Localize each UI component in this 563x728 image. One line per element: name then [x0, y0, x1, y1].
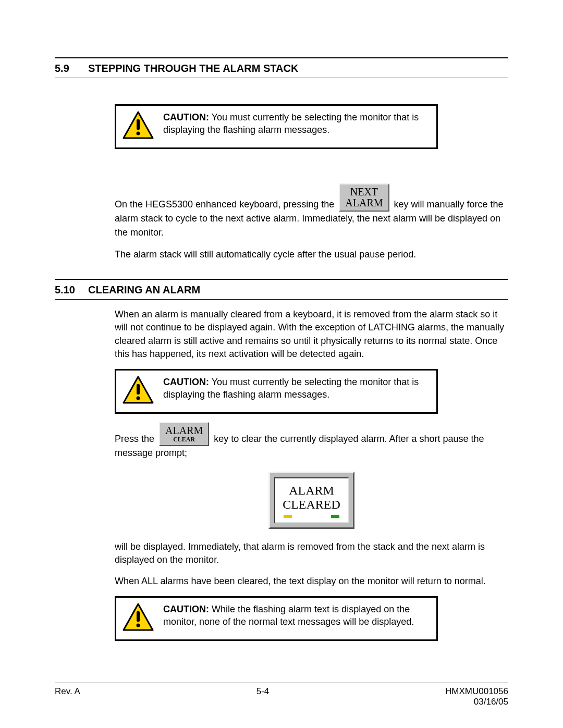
footer-rev: Rev. A [55, 686, 80, 707]
led-icon [284, 515, 292, 518]
svg-point-2 [137, 132, 140, 135]
svg-point-5 [137, 396, 140, 400]
para-510-3: will be displayed. Immediately, that ala… [115, 540, 508, 566]
monitor-icon: ALARM CLEARED [268, 472, 354, 529]
heading-5-9: 5.9 STEPPING THROUGH THE ALARM STACK [55, 58, 508, 78]
para-510-2: Press the ALARM CLEAR key to clear the c… [115, 422, 508, 460]
heading-title: STEPPING THROUGH THE ALARM STACK [88, 63, 298, 75]
heading-title: CLEARING AN ALARM [88, 284, 200, 296]
svg-rect-1 [137, 119, 140, 130]
warning-icon [123, 376, 154, 407]
screen-line2: CLEARED [283, 498, 340, 512]
page-footer: Rev. A 5-4 HMXMU001056 03/16/05 [55, 683, 508, 707]
caution-label: CAUTION: [163, 377, 209, 387]
alarm-clear-key-icon: ALARM CLEAR [159, 422, 209, 446]
para-510-4: When ALL alarms have been cleared, the t… [115, 575, 508, 588]
caution-box-510a: CAUTION: You must currently be selecting… [115, 369, 438, 414]
heading-5-10: 5.10 CLEARING AN ALARM [55, 280, 508, 299]
para-59-2: The alarm stack will still automatically… [115, 248, 508, 261]
footer-date: 03/16/05 [445, 697, 508, 707]
heading-num: 5.10 [55, 284, 76, 296]
caution-label: CAUTION: [163, 112, 209, 122]
footer-page: 5-4 [256, 686, 270, 707]
rule-under-510 [55, 299, 508, 300]
key-line2: CLEAR [165, 436, 203, 443]
footer-doc: HMXMU001056 [445, 686, 508, 697]
para-text: On the HEGS5300 enhanced keyboard, press… [115, 199, 334, 209]
caution-text: CAUTION: You must currently be selecting… [163, 376, 430, 401]
caution-text: CAUTION: You must currently be selecting… [163, 111, 430, 137]
para-510-1: When an alarm is manually cleared from a… [115, 308, 508, 361]
svg-point-8 [137, 624, 140, 627]
screen-line1: ALARM [283, 484, 340, 498]
monitor-screen: ALARM CLEARED [274, 477, 349, 523]
key-line1: NEXT [345, 187, 383, 198]
led-icon [331, 515, 339, 518]
caution-box-59: CAUTION: You must currently be selecting… [115, 104, 438, 149]
next-alarm-key-icon: NEXT ALARM [339, 183, 389, 212]
caution-box-510b: CAUTION: While the flashing alarm text i… [115, 596, 438, 641]
caution-label: CAUTION: [163, 604, 209, 614]
key-line2: ALARM [345, 198, 383, 208]
para-59-1: On the HEGS5300 enhanced keyboard, press… [115, 183, 508, 240]
warning-icon [123, 111, 154, 142]
svg-rect-7 [137, 611, 140, 622]
heading-num: 5.9 [55, 63, 76, 75]
caution-text: CAUTION: While the flashing alarm text i… [163, 603, 430, 628]
warning-icon [123, 603, 154, 634]
svg-rect-4 [137, 384, 140, 394]
para-text: Press the [115, 434, 154, 444]
key-line1: ALARM [165, 425, 203, 436]
